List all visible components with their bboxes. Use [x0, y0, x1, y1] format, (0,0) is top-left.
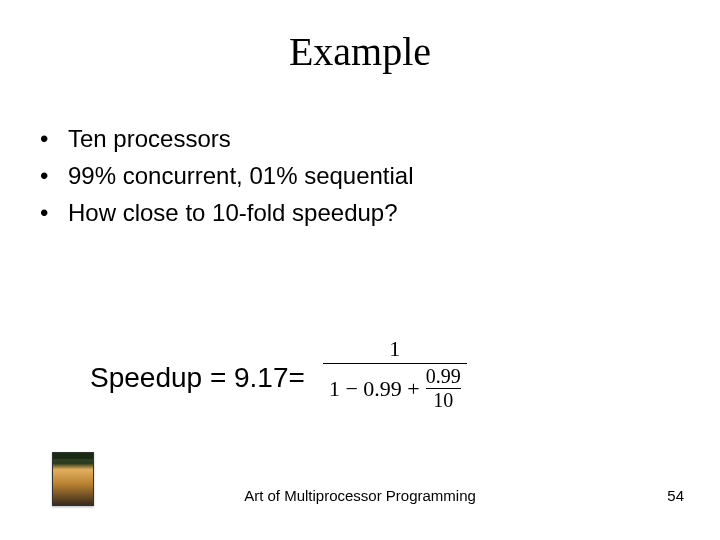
formula: Speedup = 9.17= 1 1 − 0.99 + 0.99 10 — [90, 340, 467, 415]
slide: Example • Ten processors • 99% concurren… — [0, 0, 720, 540]
bullet-text: Ten processors — [68, 120, 231, 157]
list-item: • How close to 10-fold speedup? — [40, 194, 414, 231]
sub-fraction: 0.99 10 — [426, 366, 461, 411]
fraction-denominator: 1 − 0.99 + 0.99 10 — [323, 366, 467, 411]
footer-text: Art of Multiprocessor Programming — [0, 487, 720, 504]
fraction-numerator: 1 — [383, 336, 406, 361]
list-item: • Ten processors — [40, 120, 414, 157]
bullet-text: 99% concurrent, 01% sequential — [68, 157, 414, 194]
slide-title: Example — [0, 0, 720, 75]
sub-fraction-denominator: 10 — [433, 390, 453, 411]
formula-fraction: 1 1 − 0.99 + 0.99 10 — [323, 336, 467, 411]
sub-fraction-numerator: 0.99 — [426, 366, 461, 387]
bullet-dot: • — [40, 194, 68, 231]
bullet-dot: • — [40, 120, 68, 157]
formula-lhs: Speedup = 9.17= — [90, 362, 305, 394]
bullet-list: • Ten processors • 99% concurrent, 01% s… — [40, 120, 414, 232]
bullet-dot: • — [40, 157, 68, 194]
bullet-text: How close to 10-fold speedup? — [68, 194, 398, 231]
list-item: • 99% concurrent, 01% sequential — [40, 157, 414, 194]
fraction-bar — [323, 363, 467, 364]
page-number: 54 — [667, 487, 684, 504]
denominator-left: 1 − 0.99 + — [329, 376, 420, 401]
